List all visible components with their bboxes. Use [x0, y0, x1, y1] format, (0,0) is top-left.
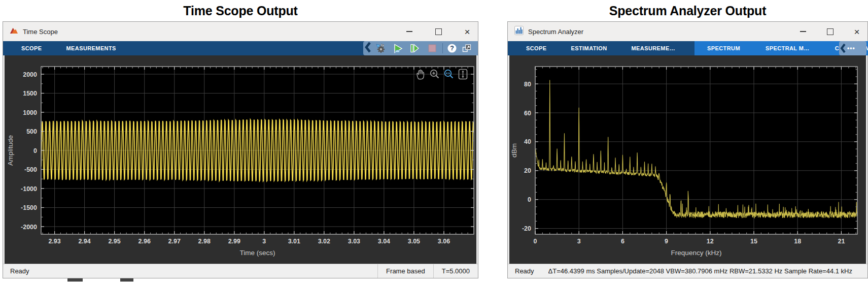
window-title: Spectrum Analyzer — [528, 28, 583, 36]
spectrum-chart[interactable]: 036912151821806040200-20Frequency (kHz)d… — [509, 55, 866, 264]
collapse-chevron-icon[interactable] — [364, 40, 371, 56]
y-axis-label: dBm — [510, 143, 518, 158]
time-scope-statusbar: Ready Frame based T=5.0000 — [3, 264, 478, 278]
playback-toolbar: ? — [363, 41, 478, 55]
y-tick-label: 500 — [26, 128, 37, 135]
x-tick-label: 12 — [707, 238, 714, 245]
x-tick-label: 2.97 — [168, 238, 181, 245]
status-sim-time: T=5.0000 — [433, 264, 478, 278]
pan-hand-icon[interactable] — [414, 67, 427, 81]
x-tick-label: 2.96 — [138, 238, 151, 245]
maximize-button[interactable] — [431, 24, 446, 39]
maximize-button[interactable] — [822, 24, 838, 39]
status-frame-based: Frame based — [377, 264, 433, 278]
more-options-icon: ••• — [847, 45, 855, 52]
spectrum-analyzer-icon — [514, 26, 524, 37]
svg-text:?: ? — [450, 45, 454, 52]
tab-spectral-mask[interactable]: SPECTRAL M… — [753, 41, 822, 55]
close-button[interactable]: × — [460, 24, 475, 39]
window-controls: × — [784, 22, 864, 41]
toolbar-divider — [442, 43, 443, 53]
minimize-icon — [800, 31, 806, 32]
y-tick-label: 80 — [524, 81, 531, 88]
help-button[interactable]: ? — [446, 43, 458, 54]
y-tick-label: -2000 — [21, 224, 37, 231]
plot-background — [535, 67, 857, 234]
dock-figure-button[interactable] — [461, 43, 472, 54]
maximize-icon — [435, 28, 442, 35]
maximize-icon — [827, 28, 834, 35]
minimize-button[interactable] — [402, 24, 417, 39]
time-scope-titlebar[interactable]: Time Scope × — [3, 22, 478, 41]
zoom-in-icon[interactable] — [428, 67, 441, 81]
time-scope-heading: Time Scope Output — [3, 3, 478, 18]
status-ready: Ready — [3, 267, 29, 275]
x-tick-label: 18 — [794, 238, 801, 245]
y-tick-label: 2000 — [23, 71, 37, 78]
background-artifact — [67, 278, 83, 281]
y-tick-label: -500 — [24, 166, 37, 173]
x-tick-label: 3 — [577, 238, 581, 245]
time-scope-window: Time Scope × SCOPE MEASUREMENTS — [3, 21, 478, 278]
tab-scope[interactable]: SCOPE — [9, 41, 54, 55]
run-button[interactable] — [392, 43, 403, 54]
matlab-scope-icon — [10, 26, 18, 37]
x-tick-label: 6 — [621, 238, 624, 245]
y-axis-label: Amplitude — [7, 135, 14, 166]
x-tick-label: 2.94 — [78, 238, 90, 245]
x-axis-label: Time (secs) — [240, 249, 275, 257]
spectrum-plot-region: 036912151821806040200-20Frequency (kHz)d… — [508, 55, 867, 264]
y-tick-label: 1000 — [23, 109, 37, 116]
time-scope-plot-region: 2.932.942.952.962.972.982.9933.013.023.0… — [3, 55, 478, 264]
y-tick-label: 20 — [524, 167, 531, 174]
x-tick-label: 3.04 — [378, 238, 390, 245]
y-tick-label: -1000 — [21, 185, 37, 193]
scope-settings-button[interactable] — [375, 43, 386, 54]
tab-measurements[interactable]: MEASUREME… — [619, 41, 688, 55]
close-icon: × — [464, 27, 470, 37]
spectrum-analyzer-window: Spectrum Analyzer × SCOPE ESTIMATION MEA… — [507, 21, 868, 278]
spectrum-statusbar: Ready ΔT=46.4399 ms Samples/Update=2048 … — [508, 264, 867, 278]
background-artifact — [120, 278, 133, 281]
x-tick-label: 3.06 — [438, 238, 450, 245]
spectrum-analyzer-heading: Spectrum Analyzer Output — [507, 3, 868, 18]
close-icon: × — [854, 27, 859, 37]
x-tick-label: 3.03 — [348, 238, 360, 245]
time-scope-chart[interactable]: 2.932.942.952.962.972.982.9933.013.023.0… — [5, 55, 476, 264]
stop-button[interactable] — [427, 43, 438, 54]
y-tick-label: 1500 — [23, 90, 37, 97]
tab-scope[interactable]: SCOPE — [514, 41, 559, 55]
step-forward-button[interactable] — [409, 43, 420, 54]
x-tick-label: 15 — [750, 238, 757, 245]
y-tick-label: 40 — [524, 138, 531, 145]
y-tick-label: -1500 — [21, 204, 37, 211]
tab-measurements[interactable]: MEASUREMENTS — [54, 41, 128, 55]
status-ready: Ready — [508, 267, 534, 275]
x-tick-label: 0 — [534, 238, 537, 245]
plot-zoom-tools — [414, 67, 469, 81]
x-tick-label: 3.02 — [318, 238, 330, 245]
collapse-chevron-icon — [840, 41, 846, 55]
minimize-icon — [406, 31, 412, 32]
y-tick-label: 60 — [524, 110, 531, 117]
minimize-button[interactable] — [795, 24, 811, 39]
y-tick-label: 0 — [528, 196, 531, 203]
x-tick-label: 2.93 — [48, 238, 60, 245]
y-tick-label: -20 — [522, 225, 531, 232]
autoscale-y-icon[interactable] — [457, 67, 469, 81]
zoom-x-icon[interactable] — [442, 67, 455, 81]
x-tick-label: 2.99 — [228, 238, 240, 245]
x-tick-label: 3.01 — [288, 238, 300, 245]
y-tick-label: 0 — [33, 147, 37, 154]
close-button[interactable]: × — [849, 24, 864, 39]
tab-estimation[interactable]: ESTIMATION — [559, 41, 619, 55]
window-controls: × — [388, 22, 475, 41]
x-tick-label: 3.05 — [408, 238, 420, 245]
tab-spectrum[interactable]: SPECTRUM — [695, 41, 753, 55]
x-tick-label: 21 — [838, 238, 845, 245]
time-scope-toolstrip: SCOPE MEASUREMENTS — [3, 41, 478, 55]
spectrum-analyzer-titlebar[interactable]: Spectrum Analyzer × — [508, 22, 867, 41]
status-measurements: ΔT=46.4399 ms Samples/Update=2048 VBW=38… — [548, 267, 867, 275]
x-tick-label: 2.95 — [108, 238, 120, 245]
toolstrip-overflow-button[interactable]: ••• — [839, 41, 866, 55]
